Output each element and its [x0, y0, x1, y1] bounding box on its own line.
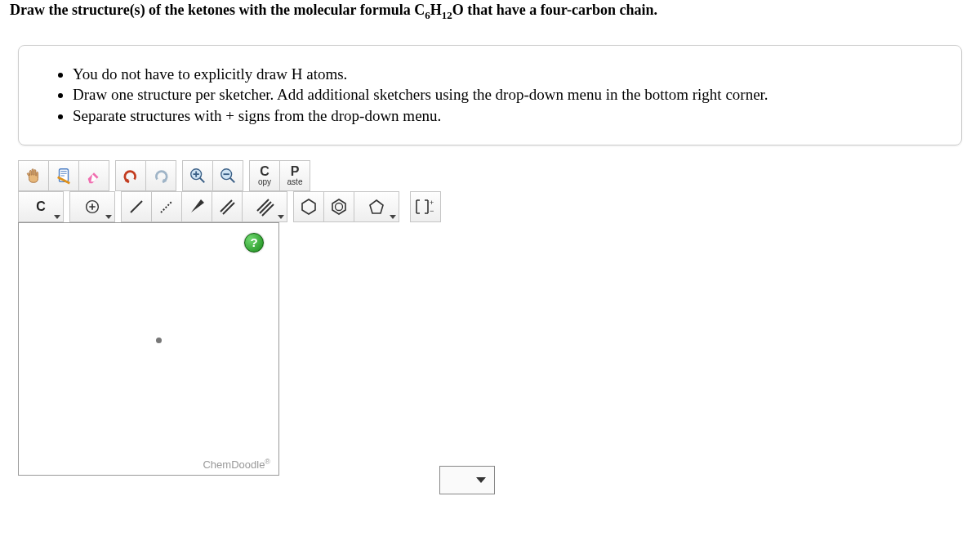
paste-big: P — [291, 165, 300, 178]
toolbar-row-1: Copy Paste — [18, 160, 510, 191]
instruction-item: Separate structures with + signs from th… — [73, 105, 937, 127]
bracket-charge-button[interactable]: +− — [410, 191, 441, 222]
copy-button[interactable]: Copy — [249, 160, 280, 191]
cyclohexane-button[interactable] — [293, 191, 324, 222]
help-button[interactable]: ? — [244, 233, 264, 253]
undo-button[interactable] — [115, 160, 146, 191]
recessed-bond-button[interactable] — [151, 191, 182, 222]
copy-big: C — [260, 165, 270, 178]
triple-bond-button[interactable] — [242, 191, 287, 222]
element-picker-button[interactable]: C — [18, 191, 64, 222]
paste-small: aste — [287, 178, 303, 186]
ring-picker-button[interactable] — [354, 191, 399, 222]
svg-point-6 — [336, 203, 343, 210]
question-title: Draw the structure(s) of the ketones wit… — [10, 2, 970, 22]
erase-button[interactable] — [78, 160, 109, 191]
zoom-out-button[interactable] — [212, 160, 243, 191]
zoom-in-button[interactable] — [182, 160, 213, 191]
chevron-down-icon — [105, 215, 112, 219]
paste-button[interactable]: Paste — [279, 160, 310, 191]
instruction-item: You do not have to explicitly draw H ato… — [73, 64, 937, 85]
chevron-down-icon — [278, 215, 284, 219]
element-label: C — [36, 199, 46, 214]
single-bond-button[interactable] — [121, 191, 152, 222]
hand-tool-button[interactable] — [18, 160, 49, 191]
svg-text:+: + — [430, 199, 434, 207]
chevron-down-icon — [476, 477, 486, 483]
svg-marker-5 — [332, 199, 345, 214]
svg-marker-7 — [370, 200, 383, 213]
svg-marker-4 — [302, 199, 315, 214]
redo-button[interactable] — [145, 160, 176, 191]
benzene-button[interactable] — [323, 191, 354, 222]
toolbar-row-2: C — [18, 191, 510, 222]
chevron-down-icon — [54, 215, 60, 219]
copy-small: opy — [258, 178, 271, 186]
sketcher-canvas[interactable]: ? ChemDoodle® — [18, 222, 279, 476]
svg-text:−: − — [430, 207, 434, 215]
brand-label: ChemDoodle® — [203, 458, 270, 471]
add-sketcher-dropdown[interactable] — [439, 466, 495, 494]
charge-button[interactable] — [69, 191, 115, 222]
instructions-box: You do not have to explicitly draw H ato… — [18, 45, 962, 145]
double-bond-button[interactable] — [212, 191, 243, 222]
instruction-item: Draw one structure per sketcher. Add add… — [73, 84, 937, 105]
chevron-down-icon — [390, 215, 396, 219]
carbon-dot[interactable] — [156, 338, 162, 343]
wedge-bond-button[interactable] — [181, 191, 212, 222]
clear-button[interactable] — [48, 160, 79, 191]
instructions-list: You do not have to explicitly draw H ato… — [43, 64, 937, 127]
sketcher-area: Copy Paste C — [18, 160, 510, 476]
